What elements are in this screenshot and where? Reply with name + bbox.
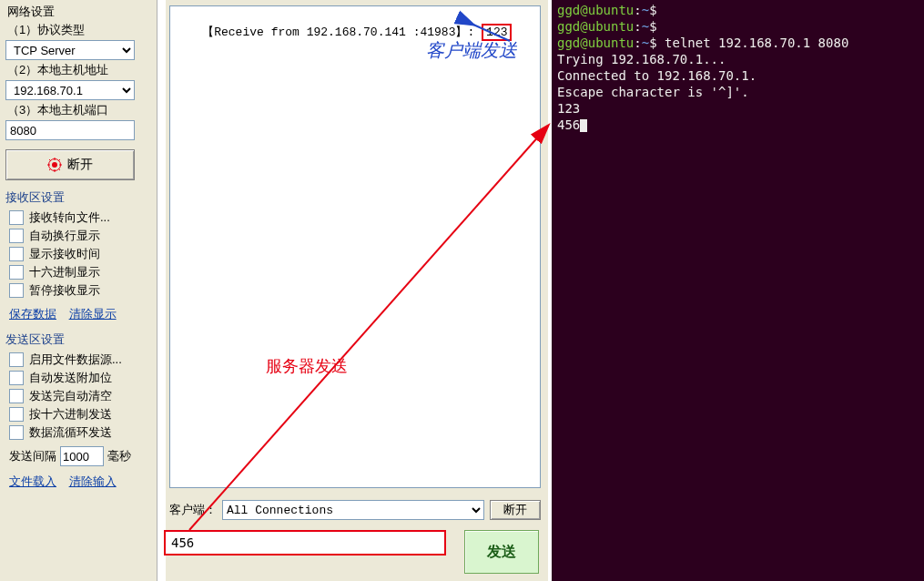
recv-settings-title: 接收区设置 — [5, 189, 157, 206]
interval-unit: 毫秒 — [107, 448, 131, 464]
recv-option-label: 自动换行显示 — [29, 228, 100, 244]
svg-line-8 — [49, 168, 51, 170]
interval-label: 发送间隔 — [9, 448, 56, 464]
clear-input-link[interactable]: 清除输入 — [69, 474, 117, 488]
svg-line-9 — [58, 159, 60, 161]
disconnect-label: 断开 — [67, 157, 93, 173]
host-select[interactable]: 192.168.70.1 — [5, 80, 135, 100]
send-settings-title: 发送区设置 — [5, 331, 157, 348]
receive-textarea[interactable]: 【Receive from 192.168.70.141 :41983】: 12… — [169, 5, 541, 488]
file-load-link[interactable]: 文件载入 — [9, 474, 56, 488]
clear-display-link[interactable]: 清除显示 — [69, 307, 117, 321]
send-option-3[interactable]: 按十六进制发送 — [9, 406, 157, 423]
send-option-4[interactable]: 数据流循环发送 — [9, 424, 157, 441]
status-icon — [47, 158, 62, 172]
send-option-label: 数据流循环发送 — [29, 424, 112, 441]
send-button[interactable]: 发送 — [464, 530, 539, 574]
client-label: 客户端： — [169, 502, 217, 518]
checkbox-icon[interactable] — [9, 352, 24, 367]
checkbox-icon[interactable] — [9, 265, 24, 280]
send-option-label: 启用文件数据源... — [29, 352, 122, 368]
interval-input[interactable] — [60, 446, 104, 466]
send-option-2[interactable]: 发送完自动清空 — [9, 388, 157, 404]
network-settings-title: 网络设置 — [7, 4, 151, 20]
checkbox-icon[interactable] — [9, 389, 24, 403]
checkbox-icon[interactable] — [9, 407, 24, 422]
recv-option-label: 暂停接收显示 — [29, 282, 100, 299]
checkbox-icon[interactable] — [9, 247, 24, 261]
recv-option-2[interactable]: 显示接收时间 — [9, 246, 157, 262]
send-option-label: 发送完自动清空 — [29, 388, 112, 404]
protocol-label: （1）协议类型 — [7, 22, 151, 38]
recv-prefix: 【Receive from 192.168.70.141 :41983】: — [202, 25, 474, 39]
checkbox-icon[interactable] — [9, 371, 24, 385]
svg-line-7 — [58, 168, 60, 170]
recv-option-4[interactable]: 暂停接收显示 — [9, 282, 157, 299]
host-label: （2）本地主机地址 — [7, 62, 151, 78]
disconnect-button[interactable]: 断开 — [5, 149, 135, 180]
send-option-1[interactable]: 自动发送附加位 — [9, 370, 157, 386]
port-label: （3）本地主机端口 — [7, 102, 151, 118]
terminal[interactable]: ggd@ubuntu:~$ ggd@ubuntu:~$ ggd@ubuntu:~… — [552, 0, 924, 581]
send-option-0[interactable]: 启用文件数据源... — [9, 352, 157, 368]
checkbox-icon[interactable] — [9, 210, 24, 225]
port-input[interactable] — [5, 120, 135, 140]
save-data-link[interactable]: 保存数据 — [9, 307, 56, 321]
checkbox-icon[interactable] — [9, 229, 24, 243]
send-option-label: 自动发送附加位 — [29, 370, 112, 386]
recv-option-label: 接收转向文件... — [29, 209, 110, 226]
send-option-label: 按十六进制发送 — [29, 406, 112, 423]
checkbox-icon[interactable] — [9, 283, 24, 298]
recv-data-highlight: 123 — [482, 24, 512, 41]
send-input[interactable] — [164, 530, 446, 556]
settings-panel: 网络设置 （1）协议类型 TCP Server （2）本地主机地址 192.16… — [0, 0, 157, 581]
svg-point-1 — [52, 162, 57, 168]
recv-option-label: 十六进制显示 — [29, 264, 100, 280]
recv-option-1[interactable]: 自动换行显示 — [9, 228, 157, 244]
checkbox-icon[interactable] — [9, 425, 24, 440]
client-select[interactable]: All Connections — [222, 500, 484, 520]
middle-panel: 【Receive from 192.168.70.141 :41983】: 12… — [166, 0, 548, 581]
terminal-cursor — [580, 119, 587, 132]
svg-line-6 — [49, 159, 51, 161]
recv-option-0[interactable]: 接收转向文件... — [9, 209, 157, 226]
protocol-select[interactable]: TCP Server — [5, 40, 135, 60]
recv-option-label: 显示接收时间 — [29, 246, 100, 262]
recv-option-3[interactable]: 十六进制显示 — [9, 264, 157, 280]
client-disconnect-button[interactable]: 断开 — [490, 500, 541, 520]
